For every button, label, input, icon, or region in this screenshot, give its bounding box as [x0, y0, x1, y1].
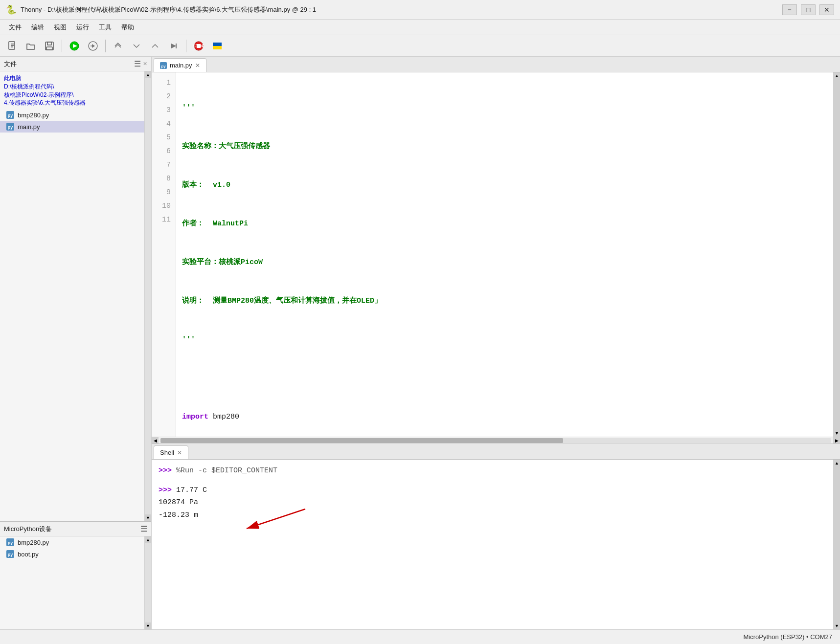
- device-panel-menu-icon[interactable]: ☰: [140, 524, 147, 533]
- debug-button[interactable]: [85, 38, 101, 54]
- shell-line-5: -128.23 m: [159, 509, 826, 522]
- toolbar-sep-3: [186, 40, 186, 52]
- shell-line-1: >>> %Run -c $EDITOR_CONTENT: [159, 465, 826, 477]
- ukraine-button[interactable]: [209, 38, 226, 54]
- svg-rect-5: [47, 42, 51, 45]
- shell-tab-close[interactable]: ✕: [177, 450, 182, 456]
- shell-content[interactable]: >>> %Run -c $EDITOR_CONTENT >>> 17.77 C …: [152, 460, 833, 629]
- editor-hscroll[interactable]: ◀ ▶: [152, 437, 840, 444]
- device-file-name-boot: boot.py: [18, 551, 39, 558]
- editor-scroll-up[interactable]: ▲: [834, 72, 840, 79]
- device-scroll-down-btn[interactable]: ▼: [145, 622, 152, 629]
- line-num-9: 9: [152, 186, 176, 200]
- shell-scroll-down[interactable]: ▼: [834, 622, 840, 629]
- line-num-7: 7: [152, 158, 176, 172]
- shell-prompt-3: >>>: [159, 486, 176, 494]
- toolbar: STOP: [0, 35, 840, 57]
- code-line-6: 说明： 测量BMP280温度、气压和计算海拔值，并在OLED」: [182, 294, 827, 308]
- line-num-10: 10: [152, 200, 176, 213]
- file-panel-menu-icon[interactable]: ☰: [134, 59, 141, 68]
- open-file-button[interactable]: [23, 38, 39, 54]
- file-item-bmp280[interactable]: py bmp280.py: [0, 109, 144, 121]
- hscroll-track[interactable]: [160, 438, 831, 443]
- code-editor[interactable]: 1 2 3 4 5 6 7 8 9 10 11: [152, 72, 840, 444]
- step-over-button[interactable]: [110, 38, 126, 54]
- shell-tab-label: Shell: [160, 449, 174, 456]
- step-out-button[interactable]: [147, 38, 163, 54]
- new-file-button[interactable]: [4, 38, 21, 54]
- file-panel-scroll-area: 此电脑 D:\核桃派例程代码\ 核桃派PicoW\02-示例程序\ 4.传感器实…: [0, 71, 151, 521]
- device-scroll-up-btn[interactable]: ▲: [145, 536, 152, 543]
- svg-rect-17: [213, 43, 222, 46]
- status-text: MicroPython (ESP32) • COM27: [743, 633, 832, 641]
- menu-tools[interactable]: 工具: [94, 21, 116, 34]
- menu-file[interactable]: 文件: [4, 21, 26, 34]
- device-panel-title: MicroPython设备: [4, 525, 140, 533]
- code-lines: ''' 实验名称：大气压强传感器 版本： v1.0 作者： WalnutPi: [176, 72, 833, 437]
- right-area: py main.py ✕ 1 2 3 4 5 6: [152, 57, 840, 629]
- tab-label-main: main.py: [170, 62, 192, 69]
- file-item-main[interactable]: py main.py: [0, 121, 144, 133]
- line-num-8: 8: [152, 172, 176, 186]
- title-bar: 🐍 Thonny - D:\核桃派例程代码\核桃派PicoW\02-示例程序\4…: [0, 0, 840, 20]
- device-file-boot[interactable]: py boot.py: [0, 548, 144, 560]
- svg-text:py: py: [8, 113, 13, 118]
- title-bar-text: Thonny - D:\核桃派例程代码\核桃派PicoW\02-示例程序\4.传…: [21, 5, 782, 14]
- close-button[interactable]: ✕: [819, 4, 834, 15]
- shell-output-temp: 17.77 C: [176, 486, 207, 494]
- hscroll-left[interactable]: ◀: [152, 437, 159, 444]
- menu-run[interactable]: 运行: [71, 21, 94, 34]
- shell-scroll-up[interactable]: ▲: [834, 460, 840, 466]
- menu-edit[interactable]: 编辑: [26, 21, 49, 34]
- svg-rect-18: [213, 46, 222, 49]
- run-button[interactable]: [66, 38, 83, 54]
- code-scroll-area[interactable]: 1 2 3 4 5 6 7 8 9 10 11: [152, 72, 840, 437]
- code-line-7: ''': [182, 333, 827, 347]
- minimize-button[interactable]: －: [782, 4, 797, 15]
- status-bar: MicroPython (ESP32) • COM27: [0, 629, 840, 644]
- file-name-main: main.py: [18, 123, 40, 131]
- device-py-icon-bmp280: py: [6, 538, 15, 547]
- line-num-6: 6: [152, 145, 176, 158]
- menu-help[interactable]: 帮助: [116, 21, 139, 34]
- file-panel-content[interactable]: 此电脑 D:\核桃派例程代码\ 核桃派PicoW\02-示例程序\ 4.传感器实…: [0, 71, 144, 521]
- save-file-button[interactable]: [41, 38, 58, 54]
- device-panel-scrollbar[interactable]: ▲ ▼: [144, 536, 151, 629]
- file-panel: 文件 ☰ ✕ 此电脑 D:\核桃派例程代码\ 核桃派PicoW\02-示例程序\…: [0, 57, 151, 522]
- file-panel-close-icon[interactable]: ✕: [143, 61, 147, 67]
- svg-text:STOP: STOP: [193, 44, 204, 48]
- toolbar-sep-1: [62, 40, 62, 52]
- file-panel-title: 文件: [4, 60, 134, 68]
- file-panel-scrollbar[interactable]: ▲ ▼: [144, 71, 151, 521]
- device-file-bmp280[interactable]: py bmp280.py: [0, 536, 144, 548]
- line-num-3: 3: [152, 104, 176, 117]
- tab-close-main[interactable]: ✕: [195, 63, 200, 68]
- editor-scroll-down[interactable]: ▼: [834, 430, 840, 437]
- hscroll-right[interactable]: ▶: [833, 437, 840, 444]
- menu-view[interactable]: 视图: [49, 21, 71, 34]
- shell-empty-1: [159, 477, 826, 484]
- svg-text:py: py: [161, 64, 166, 68]
- stop-button[interactable]: STOP: [190, 38, 207, 54]
- main-area: 文件 ☰ ✕ 此电脑 D:\核桃派例程代码\ 核桃派PicoW\02-示例程序\…: [0, 57, 840, 629]
- svg-text:py: py: [8, 540, 13, 545]
- window-controls: － □ ✕: [782, 4, 834, 15]
- device-py-icon-boot: py: [6, 550, 15, 558]
- editor-scrollbar[interactable]: ▲ ▼: [833, 72, 840, 437]
- shell-scrollbar[interactable]: ▲ ▼: [833, 460, 840, 629]
- device-panel-content[interactable]: py bmp280.py py boot.py: [0, 536, 144, 629]
- scroll-down-btn[interactable]: ▼: [145, 514, 152, 521]
- shell-line-3: >>> 17.77 C: [159, 484, 826, 497]
- code-line-3: 版本： v1.0: [182, 178, 827, 192]
- resume-button[interactable]: [165, 38, 182, 54]
- svg-text:py: py: [8, 552, 13, 557]
- file-name-bmp280: bmp280.py: [18, 111, 49, 119]
- step-into-button[interactable]: [128, 38, 145, 54]
- scroll-up-btn[interactable]: ▲: [145, 71, 152, 78]
- maximize-button[interactable]: □: [801, 4, 816, 15]
- hscroll-thumb: [160, 438, 563, 443]
- shell-tab[interactable]: Shell ✕: [154, 445, 188, 459]
- left-panel: 文件 ☰ ✕ 此电脑 D:\核桃派例程代码\ 核桃派PicoW\02-示例程序\…: [0, 57, 152, 629]
- editor-tab-main[interactable]: py main.py ✕: [154, 58, 206, 72]
- device-panel-header: MicroPython设备 ☰: [0, 522, 151, 536]
